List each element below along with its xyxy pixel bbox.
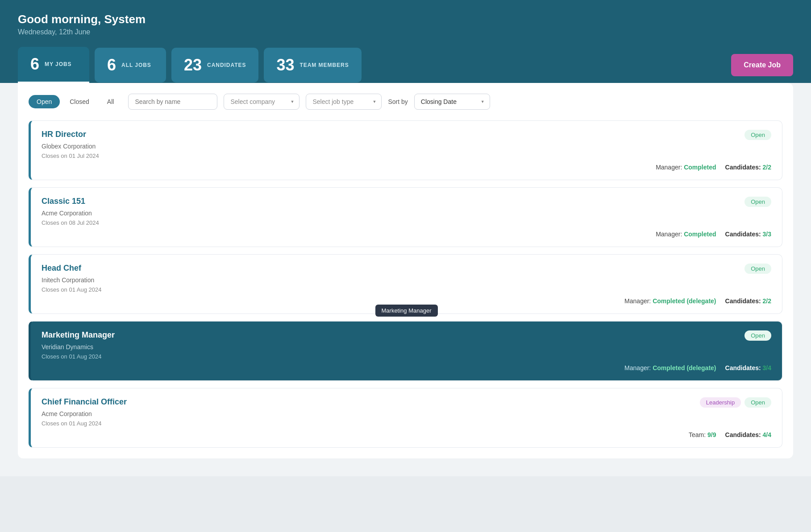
job-type-select[interactable]: Select job type [306, 94, 382, 110]
job-title: Classic 151 [42, 197, 85, 206]
main-content: Open Closed All Select company Select jo… [0, 83, 811, 476]
job-candidates-meta: Candidates: 2/2 [725, 297, 771, 305]
job-title: Head Chef [42, 264, 81, 273]
sort-dropdown-wrapper: Closing Date [414, 94, 490, 110]
job-card-hr-director[interactable]: HR Director Open Globex Corporation Clos… [29, 120, 782, 180]
job-card-bottom: Manager: Completed (delegate) Candidates… [42, 297, 771, 305]
job-card-top: Chief Financial Officer Leadership Open [42, 397, 771, 408]
stat-team-members-label: TEAM MEMBERS [299, 62, 349, 68]
filter-row: Open Closed All Select company Select jo… [29, 94, 782, 110]
job-company: Acme Corporation [42, 410, 771, 417]
job-card-bottom: Team: 9/9 Candidates: 4/4 [42, 431, 771, 438]
job-closes: Closes on 01 Aug 2024 [42, 286, 771, 293]
stat-candidates[interactable]: 23 CANDIDATES [171, 48, 258, 82]
job-type-dropdown-wrapper: Select job type [306, 94, 382, 110]
job-company: Initech Corporation [42, 276, 771, 284]
stat-my-jobs[interactable]: 6 MY JOBS [18, 47, 89, 83]
job-company: Globex Corporation [42, 143, 771, 150]
stat-my-jobs-number: 6 [30, 55, 39, 74]
status-badge: Open [744, 330, 771, 341]
status-badge: Open [744, 130, 771, 140]
job-closes: Closes on 01 Aug 2024 [42, 353, 771, 360]
create-job-button[interactable]: Create Job [731, 54, 793, 76]
candidates-count: 3/4 [763, 364, 771, 371]
leadership-badge: Leadership [700, 397, 741, 408]
job-card-top: Classic 151 Open [42, 197, 771, 207]
job-manager-meta: Manager: Completed [656, 164, 716, 171]
tab-all[interactable]: All [99, 95, 122, 108]
job-company: Veridian Dynamics [42, 343, 771, 351]
tab-group: Open Closed All [29, 95, 122, 108]
job-candidates-meta: Candidates: 2/2 [725, 164, 771, 171]
job-candidates-meta: Candidates: 3/3 [725, 231, 771, 238]
company-select[interactable]: Select company [224, 94, 299, 110]
job-card-bottom: Manager: Completed Candidates: 3/3 [42, 231, 771, 238]
content-panel: Open Closed All Select company Select jo… [18, 83, 793, 458]
job-manager-meta: Manager: Completed (delegate) [624, 364, 716, 371]
candidates-count: 2/2 [763, 164, 771, 171]
sort-label: Sort by [388, 98, 408, 105]
team-value: 9/9 [707, 431, 716, 438]
badge-group: Open [744, 330, 771, 341]
job-card-top: HR Director Open [42, 130, 771, 140]
job-card-chief-financial-officer[interactable]: Chief Financial Officer Leadership Open … [29, 388, 782, 448]
job-card-marketing-manager[interactable]: Marketing Manager Marketing Manager Open… [29, 321, 782, 381]
job-manager-meta: Manager: Completed (delegate) [624, 297, 716, 305]
candidates-count: 3/3 [763, 231, 771, 238]
candidates-count: 4/4 [763, 431, 771, 438]
badge-group: Leadership Open [700, 397, 771, 408]
status-badge: Open [744, 264, 771, 274]
job-closes: Closes on 08 Jul 2024 [42, 219, 771, 226]
manager-status: Completed [684, 231, 716, 238]
candidates-count: 2/2 [763, 297, 771, 305]
greeting-date: Wednesday, 12th June [18, 28, 793, 36]
job-card-classic-151[interactable]: Classic 151 Open Acme Corporation Closes… [29, 187, 782, 247]
stat-team-members-number: 33 [276, 56, 294, 74]
greeting-title: Good morning, System [18, 12, 793, 26]
company-dropdown-wrapper: Select company [224, 94, 299, 110]
search-input[interactable] [128, 94, 217, 110]
sort-select[interactable]: Closing Date [414, 94, 490, 110]
stats-row: 6 MY JOBS 6 ALL JOBS 23 CANDIDATES 33 TE… [18, 47, 793, 83]
stat-all-jobs-label: ALL JOBS [121, 62, 151, 68]
stat-all-jobs[interactable]: 6 ALL JOBS [95, 48, 166, 82]
job-closes: Closes on 01 Jul 2024 [42, 153, 771, 159]
tab-closed[interactable]: Closed [62, 95, 97, 108]
job-list: HR Director Open Globex Corporation Clos… [29, 120, 782, 448]
header: Good morning, System Wednesday, 12th Jun… [0, 0, 811, 83]
job-team-meta: Team: 9/9 [689, 431, 716, 438]
stat-my-jobs-label: MY JOBS [45, 61, 72, 67]
job-manager-meta: Manager: Completed [656, 231, 716, 238]
stat-all-jobs-number: 6 [107, 56, 116, 74]
job-title: Chief Financial Officer [42, 397, 127, 407]
tab-open[interactable]: Open [29, 95, 60, 108]
badge-group: Open [744, 130, 771, 140]
badge-group: Open [744, 264, 771, 274]
job-candidates-meta: Candidates: 4/4 [725, 431, 771, 438]
job-title: HR Director [42, 130, 86, 139]
job-card-top: Head Chef Open [42, 264, 771, 274]
job-card-bottom: Manager: Completed (delegate) Candidates… [42, 364, 771, 371]
stat-candidates-number: 23 [184, 56, 202, 74]
job-card-bottom: Manager: Completed Candidates: 2/2 [42, 164, 771, 171]
job-card-head-chef[interactable]: Head Chef Open Initech Corporation Close… [29, 254, 782, 314]
stat-team-members[interactable]: 33 TEAM MEMBERS [264, 48, 361, 82]
badge-group: Open [744, 197, 771, 207]
stat-candidates-label: CANDIDATES [207, 62, 246, 68]
status-badge: Open [744, 197, 771, 207]
job-closes: Closes on 01 Aug 2024 [42, 420, 771, 427]
job-candidates-meta: Candidates: 3/4 [725, 364, 771, 371]
job-card-top: Marketing Manager Open [42, 330, 771, 341]
job-title: Marketing Manager [42, 330, 115, 340]
status-badge: Open [744, 397, 771, 408]
manager-status: Completed (delegate) [653, 364, 716, 371]
manager-status: Completed [684, 164, 716, 171]
manager-status: Completed (delegate) [653, 297, 716, 305]
job-company: Acme Corporation [42, 210, 771, 217]
